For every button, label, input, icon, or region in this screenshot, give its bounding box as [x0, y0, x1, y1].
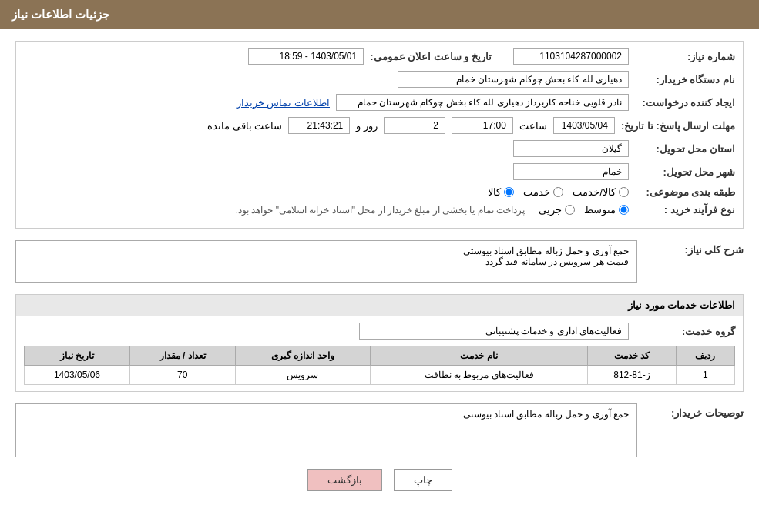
need-description-label: شرح کلی نیاز:	[643, 244, 744, 256]
col-name: نام خدمت	[370, 346, 587, 366]
table-cell-date: 1403/05/06	[25, 366, 130, 385]
page-wrapper: جزئیات اطلاعات نیاز شماره نیاز: 11031042…	[0, 0, 759, 532]
need-description-row: شرح کلی نیاز: جمع آوری و حمل زباله مطابق…	[15, 240, 744, 283]
services-section-title: اطلاعات خدمات مورد نیاز	[16, 295, 743, 316]
table-cell-unit: سرویس	[235, 366, 370, 385]
back-button[interactable]: بازگشت	[307, 469, 382, 491]
table-cell-name: فعالیت‌های مربوط به نظافت	[370, 366, 587, 385]
reply-time-value: 17:00	[452, 117, 513, 134]
category-label: طبقه بندی موضوعی:	[635, 186, 735, 198]
contact-link[interactable]: اطلاعات تماس خریدار	[237, 97, 330, 109]
print-button[interactable]: چاپ	[394, 469, 452, 491]
purchase-type-jozi[interactable]: جزیی	[539, 204, 575, 216]
creator-value: نادر قلویی خناجه کاربرداز دهیاری لله کاء…	[336, 94, 629, 111]
reply-days-value: 2	[384, 117, 445, 134]
service-group-label: گروه خدمت:	[635, 326, 735, 337]
reply-deadline-row: مهلت ارسال پاسخ: تا تاریخ: 1403/05/04 سا…	[24, 117, 735, 134]
service-group-row: گروه خدمت: فعالیت‌های اداری و خدمات پشتی…	[24, 323, 735, 340]
main-info-rows: شماره نیاز: 1103104287000002 تاریخ و ساع…	[16, 42, 743, 228]
buyer-desc-row: توصیحات خریدار: جمع آوری و حمل زباله مطا…	[15, 403, 744, 457]
services-table-head: ردیف کد خدمت نام خدمت واحد اندازه گیری ت…	[25, 346, 735, 366]
page-header: جزئیات اطلاعات نیاز	[0, 0, 759, 29]
time-remaining-label: روز و	[356, 120, 378, 132]
table-cell-code: ز-81-812	[588, 366, 676, 385]
province-value: گیلان	[513, 140, 629, 157]
services-table: ردیف کد خدمت نام خدمت واحد اندازه گیری ت…	[24, 346, 735, 385]
category-radio-group: کالا خدمت کالا/خدمت	[488, 186, 629, 198]
content-area: شماره نیاز: 1103104287000002 تاریخ و ساع…	[0, 29, 759, 514]
city-row: شهر محل تحویل: خمام	[24, 163, 735, 180]
col-unit: واحد اندازه گیری	[235, 346, 370, 366]
buyer-desc-text: جمع آوری و حمل زباله مطابق اسناد بیوستی	[24, 409, 629, 420]
reply-date-value: 1403/05/04	[553, 117, 615, 134]
buyer-desc-label: توصیحات خریدار:	[643, 407, 744, 419]
buyer-org-row: نام دستگاه خریدار: دهیاری لله کاء بخش چو…	[24, 71, 735, 88]
reply-time-label: ساعت	[519, 120, 547, 132]
need-number-row: شماره نیاز: 1103104287000002 تاریخ و ساع…	[24, 48, 735, 65]
province-label: استان محل تحویل:	[635, 143, 735, 155]
category-row: طبقه بندی موضوعی: کالا خدمت کالا/خدمت	[24, 186, 735, 198]
need-number-label: شماره نیاز:	[635, 51, 735, 62]
need-description-line2: قیمت هر سرویس در سامانه قید گردد	[24, 256, 629, 267]
category-kala-khedmat-label: کالا/خدمت	[573, 186, 616, 198]
page-title: جزئیات اطلاعات نیاز	[12, 8, 109, 21]
need-description-box: جمع آوری و حمل زباله مطابق اسناد بیوستی …	[15, 240, 637, 283]
need-description-line1: جمع آوری و حمل زباله مطابق اسناد بیوستی	[24, 246, 629, 256]
col-row: ردیف	[676, 346, 734, 366]
col-code: کد خدمت	[588, 346, 676, 366]
province-row: استان محل تحویل: گیلان	[24, 140, 735, 157]
purchase-type-mota[interactable]: متوسط	[584, 204, 629, 216]
time-remaining-label2: ساعت باقی مانده	[207, 120, 282, 132]
creator-label: ایجاد کننده درخواست:	[635, 97, 735, 109]
announce-date-value: 1403/05/01 - 18:59	[248, 48, 364, 65]
purchase-type-row: نوع فرآیند خرید : جزیی متوسط پرداخت تمام…	[24, 204, 735, 216]
services-table-body: 1ز-81-812فعالیت‌های مربوط به نظافتسرویس7…	[25, 366, 735, 385]
category-option-kala[interactable]: کالا	[488, 186, 514, 198]
city-label: شهر محل تحویل:	[635, 166, 735, 178]
purchase-type-label: نوع فرآیند خرید :	[635, 204, 735, 216]
table-row: 1ز-81-812فعالیت‌های مربوط به نظافتسرویس7…	[25, 366, 735, 385]
purchase-note: پرداخت تمام یا بخشی از مبلغ خریدار از مح…	[236, 205, 525, 216]
category-option-kala-khedmat[interactable]: کالا/خدمت	[573, 186, 629, 198]
purchase-mota-label: متوسط	[584, 204, 616, 216]
button-row: چاپ بازگشت	[15, 469, 744, 491]
buyer-desc-box: جمع آوری و حمل زباله مطابق اسناد بیوستی	[15, 403, 637, 457]
city-value: خمام	[513, 163, 629, 180]
services-table-header-row: ردیف کد خدمت نام خدمت واحد اندازه گیری ت…	[25, 346, 735, 366]
category-khedmat-label: خدمت	[523, 186, 550, 198]
buyer-org-label: نام دستگاه خریدار:	[635, 74, 735, 85]
purchase-type-radio-group: جزیی متوسط	[539, 204, 629, 216]
table-cell-quantity: 70	[129, 366, 235, 385]
category-kala-label: کالا	[488, 186, 501, 198]
announce-date-label: تاریخ و ساعت اعلان عمومی:	[370, 51, 492, 62]
purchase-jozi-label: جزیی	[539, 204, 562, 216]
col-quantity: تعداد / مقدار	[129, 346, 235, 366]
category-option-khedmat[interactable]: خدمت	[523, 186, 563, 198]
services-content: گروه خدمت: فعالیت‌های اداری و خدمات پشتی…	[16, 316, 743, 391]
reply-time-remaining-value: 21:43:21	[288, 117, 350, 134]
service-group-value: فعالیت‌های اداری و خدمات پشتیبانی	[359, 323, 629, 340]
table-cell-row: 1	[676, 366, 734, 385]
reply-deadline-label: مهلت ارسال پاسخ: تا تاریخ:	[621, 120, 735, 132]
need-number-value: 1103104287000002	[513, 48, 629, 65]
buyer-org-value: دهیاری لله کاء بخش چوکام شهرستان خمام	[398, 71, 629, 88]
services-section: اطلاعات خدمات مورد نیاز گروه خدمت: فعالی…	[15, 294, 744, 392]
creator-row: ایجاد کننده درخواست: نادر قلویی خناجه کا…	[24, 94, 735, 111]
col-date: تاریخ نیاز	[25, 346, 130, 366]
main-info-section: شماره نیاز: 1103104287000002 تاریخ و ساع…	[15, 41, 744, 229]
